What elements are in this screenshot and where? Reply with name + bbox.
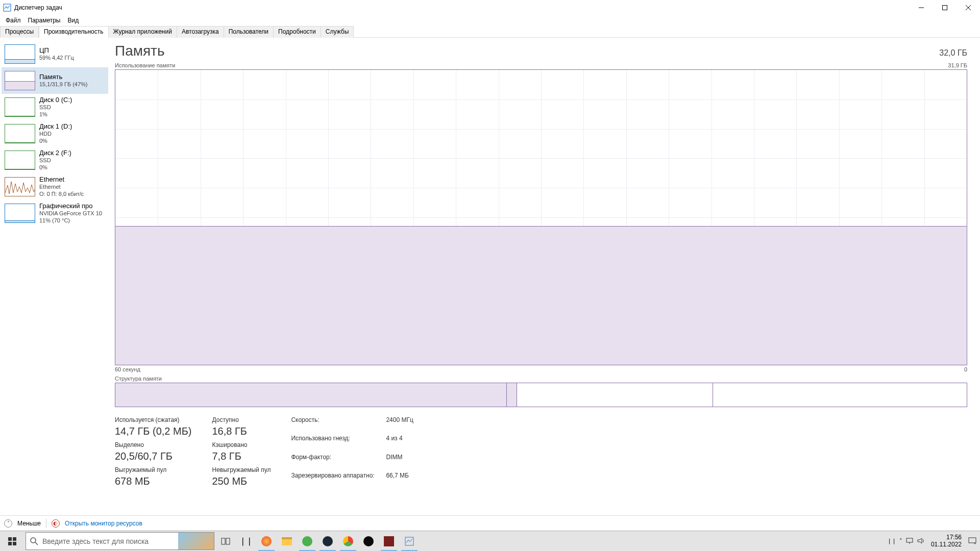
taskbar-app-utorrent[interactable] bbox=[297, 531, 317, 551]
memory-total: 32,0 ГБ bbox=[939, 48, 967, 58]
sidebar-item-memory[interactable]: Память15,1/31,9 ГБ (47%) bbox=[2, 67, 108, 94]
memory-panel: Память 32,0 ГБ Использование памяти 31,9… bbox=[110, 38, 980, 515]
search-icon bbox=[30, 537, 38, 545]
sidebar-item-ethernet[interactable]: EthernetEthernetО: 0 П: 8,0 кбит/с bbox=[2, 173, 108, 200]
disk1-thumb-icon bbox=[5, 124, 35, 143]
svg-rect-8 bbox=[13, 542, 16, 545]
tray-volume-icon[interactable] bbox=[917, 537, 925, 545]
tray-clock[interactable]: 17:56 01.11.2022 bbox=[928, 534, 965, 548]
status-bar: ˄ Меньше ◐ Открыть монитор ресурсов bbox=[0, 515, 980, 531]
stat-speed-label: Скорость: bbox=[291, 416, 383, 433]
window-titlebar: Диспетчер задач bbox=[0, 0, 980, 15]
tray-network-icon[interactable] bbox=[905, 537, 914, 545]
taskbar-app-steam[interactable] bbox=[317, 531, 338, 551]
stat-form-label: Форм-фактор: bbox=[291, 454, 383, 470]
sidebar-gpu-name: Графический про bbox=[39, 202, 102, 210]
system-tray: ❘❘ ˄ 17:56 01.11.2022 bbox=[884, 531, 980, 551]
taskbar-app-steam2[interactable] bbox=[358, 531, 379, 551]
tray-time: 17:56 bbox=[931, 534, 962, 541]
disk0-thumb-icon bbox=[5, 97, 35, 117]
graph-ymax: 31,9 ГБ bbox=[948, 62, 967, 68]
tray-date: 01.11.2022 bbox=[931, 541, 962, 548]
menu-file[interactable]: Файл bbox=[3, 16, 23, 25]
fewer-details-button[interactable]: Меньше bbox=[17, 520, 41, 527]
stat-speed-value: 2400 МГц bbox=[386, 416, 437, 433]
svg-marker-16 bbox=[918, 538, 922, 543]
taskbar-search[interactable]: Введите здесь текст для поиска bbox=[26, 532, 214, 550]
sidebar-disk0-name: Диск 0 (C:) bbox=[39, 96, 72, 104]
svg-rect-5 bbox=[8, 537, 12, 541]
stat-used-label: Используется (сжатая) bbox=[115, 416, 191, 423]
svg-line-10 bbox=[35, 542, 38, 545]
menu-options[interactable]: Параметры bbox=[26, 16, 63, 25]
stat-paged-value: 678 МБ bbox=[115, 475, 191, 487]
tab-startup[interactable]: Автозагрузка bbox=[177, 26, 224, 38]
stat-cached-value: 7,8 ГБ bbox=[212, 450, 271, 462]
search-placeholder: Введите здесь текст для поиска bbox=[42, 537, 149, 545]
svg-rect-7 bbox=[8, 542, 12, 545]
disk2-thumb-icon bbox=[5, 151, 35, 170]
tab-processes[interactable]: Процессы bbox=[0, 26, 39, 38]
menu-view[interactable]: Вид bbox=[65, 16, 81, 25]
tab-users[interactable]: Пользователи bbox=[224, 26, 274, 38]
task-view-button[interactable] bbox=[215, 531, 236, 551]
start-button[interactable] bbox=[0, 531, 24, 551]
collapse-icon[interactable]: ˄ bbox=[4, 519, 12, 528]
comp-in-use bbox=[115, 383, 507, 407]
search-weather-icon bbox=[178, 533, 214, 549]
sidebar-item-gpu[interactable]: Графический проNVIDIA GeForce GTX 1011% … bbox=[2, 200, 108, 227]
taskbar-app-taskmgr[interactable] bbox=[399, 531, 420, 551]
sidebar-disk2-name: Диск 2 (F:) bbox=[39, 149, 71, 157]
tab-details[interactable]: Подробности bbox=[274, 26, 321, 38]
taskbar-app-firefox[interactable] bbox=[256, 531, 277, 551]
tray-meet-now-icon[interactable]: ❘❘ bbox=[887, 538, 896, 544]
sidebar-item-disk0[interactable]: Диск 0 (C:)SSD1% bbox=[2, 94, 108, 120]
tab-app-history[interactable]: Журнал приложений bbox=[109, 26, 177, 38]
graph-xleft: 60 секунд bbox=[115, 366, 140, 372]
ethernet-thumb-icon bbox=[5, 177, 35, 196]
svg-rect-17 bbox=[969, 538, 976, 543]
stat-cached-label: Кэшировано bbox=[212, 441, 271, 448]
tab-bar: Процессы Производительность Журнал прило… bbox=[0, 26, 980, 38]
tab-services[interactable]: Службы bbox=[321, 26, 354, 38]
sidebar-item-cpu[interactable]: ЦП59% 4,42 ГГц bbox=[2, 41, 108, 67]
menu-bar: Файл Параметры Вид bbox=[0, 15, 980, 26]
stat-nonpaged-label: Невыгружаемый пул bbox=[212, 466, 271, 473]
memory-thumb-icon bbox=[5, 71, 35, 90]
stat-nonpaged-value: 250 МБ bbox=[212, 475, 271, 487]
sidebar-cpu-name: ЦП bbox=[39, 46, 74, 55]
resmon-icon: ◐ bbox=[52, 519, 60, 528]
maximize-button[interactable] bbox=[933, 0, 957, 15]
tray-action-center-icon[interactable] bbox=[968, 537, 977, 546]
svg-rect-2 bbox=[943, 6, 947, 10]
sidebar-item-disk1[interactable]: Диск 1 (D:)HDD0% bbox=[2, 120, 108, 147]
taskbar-app-game[interactable] bbox=[379, 531, 399, 551]
svg-marker-18 bbox=[974, 543, 975, 544]
stat-hw-value: 66,7 МБ bbox=[386, 472, 437, 488]
taskbar-separator: ❘❘ bbox=[236, 531, 256, 551]
tab-performance[interactable]: Производительность bbox=[39, 26, 108, 38]
memory-usage-graph[interactable] bbox=[115, 69, 967, 365]
stat-slots-value: 4 из 4 bbox=[386, 435, 437, 451]
sidebar-eth-name: Ethernet bbox=[39, 176, 84, 184]
sidebar-item-disk2[interactable]: Диск 2 (F:)SSD0% bbox=[2, 147, 108, 173]
sidebar-disk1-name: Диск 1 (D:) bbox=[39, 122, 72, 131]
stat-avail-label: Доступно bbox=[212, 416, 271, 423]
svg-rect-12 bbox=[226, 538, 230, 544]
open-resmon-link[interactable]: Открыть монитор ресурсов bbox=[65, 520, 142, 527]
memory-stats: Используется (сжатая) 14,7 ГБ (0,2 МБ) В… bbox=[115, 416, 967, 488]
minimize-button[interactable] bbox=[910, 0, 933, 15]
tray-chevron-up-icon[interactable]: ˄ bbox=[899, 538, 902, 544]
taskbar-app-explorer[interactable] bbox=[277, 531, 297, 551]
memory-composition-bar[interactable] bbox=[115, 383, 967, 407]
sidebar-mem-usage: 15,1/31,9 ГБ (47%) bbox=[39, 81, 88, 88]
close-button[interactable] bbox=[957, 0, 980, 15]
page-title: Память bbox=[115, 43, 165, 59]
comp-free bbox=[713, 383, 967, 407]
stat-used-value: 14,7 ГБ (0,2 МБ) bbox=[115, 425, 191, 437]
comp-standby bbox=[517, 383, 713, 407]
taskbar-app-chrome[interactable] bbox=[338, 531, 358, 551]
svg-point-9 bbox=[31, 538, 36, 543]
svg-rect-6 bbox=[13, 537, 16, 541]
sidebar-cpu-usage: 59% 4,42 ГГц bbox=[39, 55, 74, 62]
